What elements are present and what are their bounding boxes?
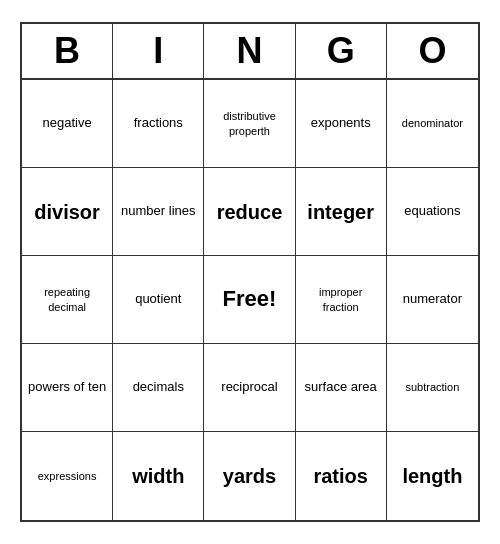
bingo-cell: surface area [296, 344, 387, 432]
bingo-cell: expressions [22, 432, 113, 520]
header-letter: O [387, 24, 478, 78]
header-letter: G [296, 24, 387, 78]
bingo-cell: ratios [296, 432, 387, 520]
bingo-cell: quotient [113, 256, 204, 344]
bingo-cell: Free! [204, 256, 295, 344]
bingo-cell: repeating decimal [22, 256, 113, 344]
bingo-grid: negativefractionsdistributive properthex… [22, 80, 478, 520]
bingo-cell: negative [22, 80, 113, 168]
bingo-cell: improper fraction [296, 256, 387, 344]
bingo-cell: reduce [204, 168, 295, 256]
bingo-cell: integer [296, 168, 387, 256]
bingo-cell: powers of ten [22, 344, 113, 432]
bingo-cell: denominator [387, 80, 478, 168]
bingo-header: BINGO [22, 24, 478, 80]
bingo-cell: exponents [296, 80, 387, 168]
bingo-cell: numerator [387, 256, 478, 344]
bingo-cell: reciprocal [204, 344, 295, 432]
header-letter: B [22, 24, 113, 78]
bingo-cell: yards [204, 432, 295, 520]
bingo-cell: divisor [22, 168, 113, 256]
header-letter: N [204, 24, 295, 78]
bingo-cell: equations [387, 168, 478, 256]
bingo-cell: fractions [113, 80, 204, 168]
header-letter: I [113, 24, 204, 78]
bingo-cell: width [113, 432, 204, 520]
bingo-card: BINGO negativefractionsdistributive prop… [20, 22, 480, 522]
bingo-cell: subtraction [387, 344, 478, 432]
bingo-cell: length [387, 432, 478, 520]
bingo-cell: number lines [113, 168, 204, 256]
bingo-cell: distributive properth [204, 80, 295, 168]
bingo-cell: decimals [113, 344, 204, 432]
